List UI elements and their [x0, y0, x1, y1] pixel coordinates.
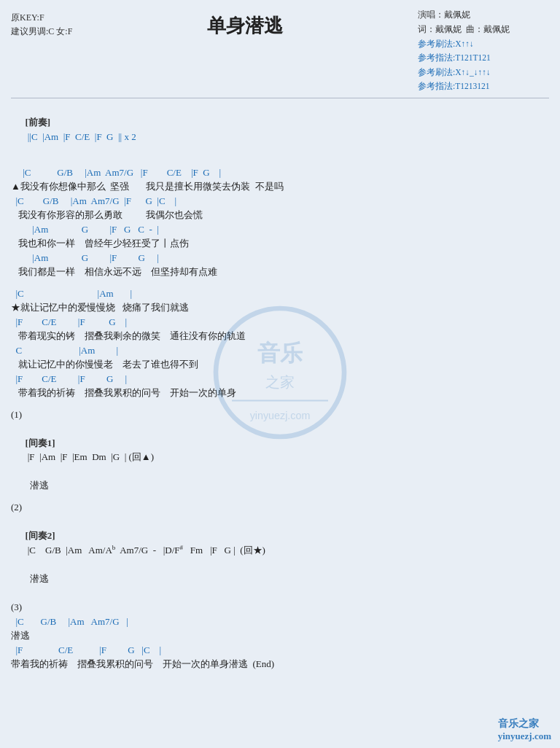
page: 原KEY:F 建议男调:C 女:F 单身潜逃 演唱：戴佩妮 词：戴佩妮 曲：戴佩… [0, 0, 560, 748]
divider-top [11, 98, 549, 98]
chord-4: |Am G |F G | [11, 251, 549, 265]
interlude1-line: [间奏1] |F |Am |F |Em Dm |G | (回▲) [11, 421, 549, 478]
lyric-3: 我也和你一样 曾经年少轻狂受了丨点伤 [11, 236, 549, 251]
interlude1-bracket: [间奏1] [26, 437, 55, 448]
performer: 戴佩妮 [444, 9, 470, 20]
lyric-9: 潜逃 [11, 628, 549, 643]
composer: 戴佩妮 [483, 24, 510, 34]
lyricist-label: 词： [418, 24, 435, 34]
interlude2-line: [间奏2] |C G/B |Am Am/Ab Am7/G - |D/F# Fm … [11, 514, 549, 571]
content: [前奏] ||C |Am |F C/E |F G || x 2 |C G/B |… [11, 101, 549, 671]
song-title: 单身潜逃 [72, 7, 418, 39]
empty2 [11, 279, 549, 287]
bottom-logo-cn: 音乐之家 [498, 718, 539, 729]
fingering1: 参考指法:T121T121 [418, 51, 549, 66]
chord-2: |C G/B |Am Am7/G |F G |C | [11, 194, 549, 209]
chord-7: C |Am | [11, 343, 549, 358]
performer-line: 演唱：戴佩妮 [418, 7, 549, 22]
key-original: 原KEY:F [11, 11, 72, 25]
bottom-logo: 音乐之家 yinyuezj.com [498, 717, 551, 742]
interlude2-label: (2) [11, 500, 549, 515]
lyric-10: 带着我的祈祷 摺叠我累积的问号 开始一次的单身潜逃 (End) [11, 657, 549, 671]
interlude2-lyric: 潜逃 [11, 572, 549, 586]
lyric-1: ▲我没有你想像中那么 坚强 我只是擅长用微笑去伪装 不是吗 [11, 179, 549, 194]
empty5 [11, 585, 549, 593]
bottom-logo-url: yinyuezj.com [498, 731, 551, 741]
section3-label: (3) [11, 600, 549, 615]
prelude-line: [前奏] ||C |Am |F C/E |F G || x 2 [11, 101, 549, 158]
fingering2: 参考指法:T1213121 [418, 79, 549, 94]
section-bracket: [前奏] [26, 117, 51, 128]
chord-1: |C G/B |Am Am7/G |F C/E |F G | [11, 165, 549, 180]
performer-info: 演唱：戴佩妮 词：戴佩妮 曲：戴佩妮 参考刷法:X↑↑↓ 参考指法:T121T1… [418, 7, 549, 94]
interlude2-bracket: [间奏2] [26, 530, 55, 541]
chord-8: |F C/E |F G | [11, 372, 549, 386]
key-info: 原KEY:F 建议男调:C 女:F [11, 7, 72, 39]
lyric-8: 带着我的祈祷 摺叠我累积的问号 开始一次的单身 [11, 386, 549, 400]
credits-line: 词：戴佩妮 曲：戴佩妮 [418, 22, 549, 36]
interlude2-chords: |C G/B |Am Am/Ab Am7/G - |D/F# Fm |F G |… [26, 545, 265, 556]
composer-label: 曲： [466, 24, 483, 34]
lyric-5: ★就让记忆中的爱慢慢烧 烧痛了我们就逃 [11, 300, 549, 315]
lyric-2: 我没有你形容的那么勇敢 我偶尔也会慌 [11, 208, 549, 222]
prelude-chords: ||C |Am |F C/E |F G || x 2 [26, 131, 136, 142]
key-suggestion: 建议男调:C 女:F [11, 25, 72, 39]
chord-3: |Am G |F G C - | [11, 222, 549, 237]
interlude1-lyric: 潜逃 [11, 478, 549, 493]
header-area: 原KEY:F 建议男调:C 女:F 单身潜逃 演唱：戴佩妮 词：戴佩妮 曲：戴佩… [11, 7, 549, 94]
lyric-4: 我们都是一样 相信永远不远 但坚持却有点难 [11, 265, 549, 279]
strumming1: 参考刷法:X↑↑↓ [418, 37, 549, 52]
empty1 [11, 158, 549, 165]
chord-6: |F C/E |F G | [11, 315, 549, 330]
lyric-6: 带着现实的铐 摺叠我剩余的微笑 通往没有你的轨道 [11, 329, 549, 343]
chord-5: |C |Am | [11, 287, 549, 301]
lyric-7: 就让记忆中的你慢慢老 老去了谁也得不到 [11, 357, 549, 372]
chord-9: |C G/B |Am Am7/G | [11, 615, 549, 629]
performer-label: 演唱： [418, 9, 444, 20]
empty3 [11, 400, 549, 408]
empty4 [11, 493, 549, 500]
strumming2: 参考刷法:X↑↓_↓↑↑↓ [418, 66, 549, 80]
lyricist: 戴佩妮 [435, 24, 462, 34]
interlude1-chords: |F |Am |F |Em Dm |G | (回▲) [26, 451, 155, 462]
empty6 [11, 593, 549, 600]
chord-10: |F C/E |F G |C | [11, 643, 549, 658]
interlude1-label: (1) [11, 408, 549, 422]
